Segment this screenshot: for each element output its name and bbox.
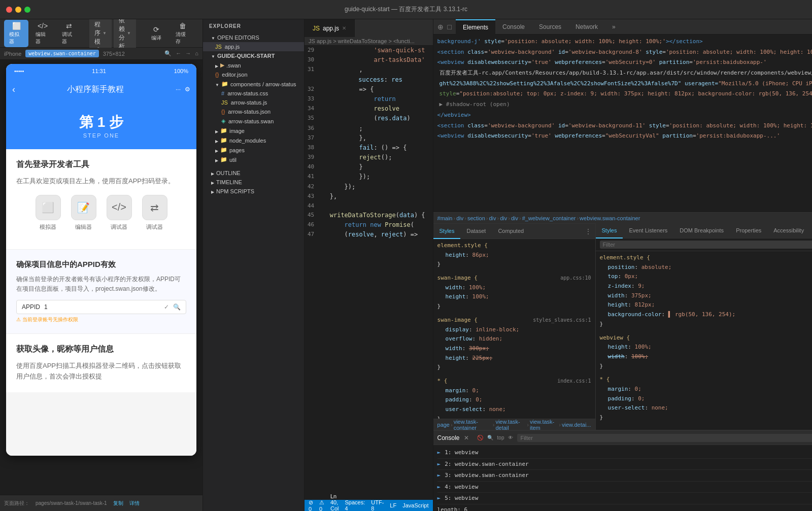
dom-item[interactable]: background-j' style='position: absolute;… xyxy=(435,37,812,47)
arrow-css-file[interactable]: # arrow-status.css xyxy=(203,89,304,98)
editor-breadcrumb: JS app.js > writeDataToStorage > <functi… xyxy=(304,37,433,46)
expand-icon[interactable]: ► xyxy=(437,448,441,457)
dom-item[interactable]: </webview> xyxy=(435,110,812,121)
app-icon-simulator: ⬜ 模拟器 xyxy=(36,195,61,231)
tab-swan-dataset[interactable]: Dataset xyxy=(460,224,492,239)
console-close-icon[interactable]: ✕ xyxy=(464,434,469,441)
tab-event-listeners[interactable]: Event Listeners xyxy=(623,223,673,239)
arrow-swan-file[interactable]: ◈ arrow-status.swan xyxy=(203,116,304,126)
close-button[interactable] xyxy=(6,7,12,13)
tab-elements[interactable]: Elements xyxy=(456,19,495,35)
editor-json-file[interactable]: {} editor.json xyxy=(203,70,304,79)
tab-swan-styles[interactable]: Styles xyxy=(433,224,461,239)
app-js-tab[interactable]: JS app.js ✕ xyxy=(304,19,355,37)
tab-console[interactable]: Console xyxy=(495,19,532,35)
style-filter-input[interactable] xyxy=(600,241,812,249)
devtools-mobile-icon[interactable]: □ xyxy=(448,23,452,31)
appid-check-icon[interactable]: ✓ xyxy=(164,303,169,311)
analysis-dropdown[interactable]: 依赖分析 ▼ xyxy=(114,14,136,53)
arrow-json-file[interactable]: {} arrow-status.json xyxy=(203,107,304,116)
tab-close-icon[interactable]: ✕ xyxy=(342,25,346,31)
dom-item[interactable]: <webview disablewebsecurity='true' webpr… xyxy=(435,131,812,142)
tab-dom-breakpoints[interactable]: DOM Breakpoints xyxy=(673,223,730,239)
bc-page[interactable]: page xyxy=(437,422,450,428)
console-eye-icon[interactable]: 👁 xyxy=(508,435,513,440)
node-modules-folder[interactable]: 📁 node_modules xyxy=(203,135,304,145)
open-file-item[interactable]: JS app.js xyxy=(203,42,304,51)
simulator-btn[interactable]: ⬜ 模拟器 xyxy=(4,20,28,47)
appid-row: APPID 1 ✓ 🔍 xyxy=(16,300,186,314)
swan-folder[interactable]: ▶ .swan xyxy=(203,60,304,70)
tab-swan-computed[interactable]: Computed xyxy=(492,224,530,239)
tab-network[interactable]: Network xyxy=(568,19,605,35)
shadow-root-item[interactable]: ▶ #shadow-root (open) xyxy=(435,99,812,110)
npm-scripts-section[interactable]: NPM SCRIPTS xyxy=(203,187,304,196)
forward-icon[interactable]: → xyxy=(185,50,191,57)
tab-sources[interactable]: Sources xyxy=(532,19,568,35)
bc-task-detail[interactable]: view.task-detail xyxy=(495,419,526,430)
bc-div1[interactable]: div xyxy=(456,215,463,221)
code-content[interactable]: 29 'swan-quick-st 30 art-tasksData' 31 , xyxy=(304,46,433,500)
minimize-button[interactable] xyxy=(15,7,21,13)
swan-panel-menu[interactable]: ⋮ xyxy=(581,228,595,235)
devtools-cursor-icon[interactable]: ⊕ xyxy=(437,23,444,31)
nav-more-icon[interactable]: ··· xyxy=(176,86,181,93)
js-icon: JS xyxy=(215,44,222,50)
dom-item[interactable]: ght%22%3A88%2C%22showSetting%22%3Afalse%… xyxy=(435,79,812,89)
status-line-ending: LF xyxy=(390,502,396,508)
util-folder[interactable]: 📁 util xyxy=(203,155,304,164)
pages-folder[interactable]: 📁 pages xyxy=(203,145,304,155)
bc-section[interactable]: section xyxy=(467,215,485,221)
expand-icon-4[interactable]: ► xyxy=(437,483,441,492)
status-dots: ••••• xyxy=(14,68,24,74)
tab-properties[interactable]: Properties xyxy=(730,223,767,239)
components-folder[interactable]: 📁 components / arrow-status xyxy=(203,79,304,89)
image-folder[interactable]: 📁 image xyxy=(203,126,304,135)
console-filter-input[interactable] xyxy=(517,434,812,442)
console-filter-icon[interactable]: 🔍 xyxy=(487,435,493,440)
maximize-button[interactable] xyxy=(24,7,30,13)
tab-styles[interactable]: Styles xyxy=(596,223,623,239)
bc-main[interactable]: #main xyxy=(437,215,453,221)
bc-webview-container[interactable]: #_webview_container xyxy=(522,215,576,221)
timeline-section[interactable]: TIMELINE xyxy=(203,178,304,187)
search-icon[interactable]: 🔍 xyxy=(164,50,172,57)
dom-item[interactable]: <section class='webview-background' id='… xyxy=(435,47,812,58)
compile-btn[interactable]: ⟳ 编译 xyxy=(144,23,168,44)
swan-image-slaves-rule: swan-image { styles_slaves.css:1 display… xyxy=(437,316,591,372)
bc-swan-container[interactable]: webview.swan-container xyxy=(580,215,640,221)
dom-item[interactable]: 百度开发者工具-rc.app/Contents/Resources/app/bu… xyxy=(435,68,812,79)
bc-task-container[interactable]: view.task-container xyxy=(454,419,492,430)
bc-task-item[interactable]: view.task-item xyxy=(530,419,558,430)
detail-btn[interactable]: 详情 xyxy=(129,500,140,507)
cache-btn[interactable]: 🗑 清缓存 xyxy=(171,20,195,47)
console-clear-icon[interactable]: 🚫 xyxy=(477,435,483,440)
task-title-3: 获取头像，昵称等用户信息 xyxy=(16,344,186,355)
expand-icon-3[interactable]: ► xyxy=(437,471,441,480)
bc-div4[interactable]: div xyxy=(511,215,518,221)
expand-icon-5[interactable]: ► xyxy=(437,494,441,503)
code-line: 31 , xyxy=(304,65,433,75)
back-icon[interactable]: ← xyxy=(176,50,181,57)
status-encoding: UTF-8 xyxy=(371,499,384,511)
tab-more[interactable]: » xyxy=(605,19,623,35)
bc-div2[interactable]: div xyxy=(489,215,496,221)
dom-item[interactable]: style="position:absolute; top: 0px; z-in… xyxy=(435,89,812,99)
arrow-js-file[interactable]: JS arrow-status.js xyxy=(203,98,304,107)
console-tab-label[interactable]: Console xyxy=(437,434,460,441)
home-icon[interactable]: ⌂ xyxy=(195,50,198,57)
expand-icon-2[interactable]: ► xyxy=(437,460,441,469)
bc-div3[interactable]: div xyxy=(500,215,507,221)
nav-settings-icon[interactable]: ⚙ xyxy=(185,86,190,93)
appid-search-icon[interactable]: 🔍 xyxy=(173,303,181,311)
dom-item[interactable]: <webview disablewebsecurity='true' webpr… xyxy=(435,57,812,68)
open-editors-section[interactable]: OPEN EDITORS xyxy=(203,33,304,42)
copy-btn[interactable]: 复制 xyxy=(113,500,123,507)
outline-section[interactable]: OUTLINE xyxy=(203,168,304,178)
debugger-btn[interactable]: ⇄ 调试器 xyxy=(57,20,81,47)
project-section[interactable]: GUIDE-QUICK-START xyxy=(203,51,304,60)
tab-accessibility[interactable]: Accessibility xyxy=(767,223,810,239)
bc-view-detail[interactable]: view.detai... xyxy=(562,422,591,428)
dom-item[interactable]: <section class='webview-background' id='… xyxy=(435,121,812,131)
editor-btn[interactable]: </> 编辑器 xyxy=(30,20,55,47)
